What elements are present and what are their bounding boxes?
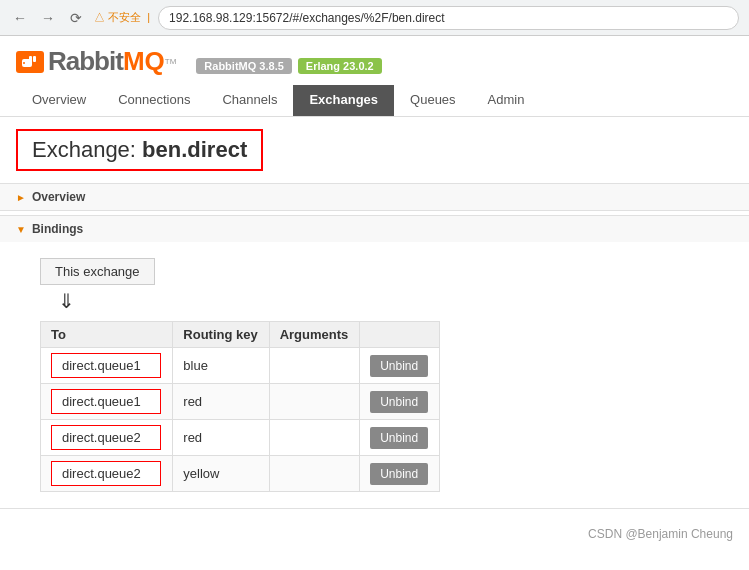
svg-point-3 [23, 62, 25, 64]
version-badges: RabbitMQ 3.8.5 Erlang 23.0.2 [196, 58, 381, 74]
overview-section-label: Overview [32, 190, 85, 204]
footer-text: CSDN @Benjamin Cheung [588, 527, 733, 541]
overview-arrow-icon: ► [16, 192, 26, 203]
routing-key-cell: blue [173, 348, 269, 384]
bindings-content: This exchange ⇓ To Routing key Arguments… [0, 242, 749, 508]
logo-rabbit-text: Rabbit [48, 46, 123, 77]
to-cell: direct.queue2 [41, 456, 173, 492]
logo-mq-text: MQ [123, 46, 165, 77]
bindings-section-label: Bindings [32, 222, 83, 236]
unbind-button[interactable]: Unbind [370, 355, 428, 377]
to-cell: direct.queue1 [41, 348, 173, 384]
overview-section-header[interactable]: ► Overview [0, 184, 749, 210]
logo-tm: TM [165, 57, 177, 66]
unbind-cell: Unbind [360, 348, 440, 384]
page-footer: CSDN @Benjamin Cheung [0, 519, 749, 549]
tab-overview[interactable]: Overview [16, 85, 102, 116]
queue-cell-box: direct.queue1 [51, 389, 161, 414]
unbind-cell: Unbind [360, 420, 440, 456]
queue-cell-box: direct.queue2 [51, 461, 161, 486]
app-header: RabbitMQTM RabbitMQ 3.8.5 Erlang 23.0.2 … [0, 36, 749, 117]
forward-button[interactable]: → [38, 8, 58, 28]
tab-connections[interactable]: Connections [102, 85, 206, 116]
rmq-logo: RabbitMQTM [16, 46, 176, 77]
arguments-cell [269, 384, 360, 420]
table-row: direct.queue2yellowUnbind [41, 456, 440, 492]
tab-channels[interactable]: Channels [206, 85, 293, 116]
col-actions [360, 322, 440, 348]
table-row: direct.queue1redUnbind [41, 384, 440, 420]
routing-key-cell: yellow [173, 456, 269, 492]
queue-cell-box: direct.queue1 [51, 353, 161, 378]
tab-exchanges[interactable]: Exchanges [293, 85, 394, 116]
exchange-title: Exchange: ben.direct [16, 129, 263, 171]
arguments-cell [269, 420, 360, 456]
unbind-cell: Unbind [360, 384, 440, 420]
unbind-button[interactable]: Unbind [370, 391, 428, 413]
to-cell: direct.queue1 [41, 384, 173, 420]
address-bar[interactable] [158, 6, 739, 30]
arguments-cell [269, 348, 360, 384]
bindings-table: To Routing key Arguments direct.queue1bl… [40, 321, 440, 492]
routing-key-cell: red [173, 420, 269, 456]
unbind-cell: Unbind [360, 456, 440, 492]
bindings-table-wrap: To Routing key Arguments direct.queue1bl… [40, 321, 733, 492]
overview-section: ► Overview [0, 183, 749, 211]
col-arguments: Arguments [269, 322, 360, 348]
rmq-version-badge: RabbitMQ 3.8.5 [196, 58, 291, 74]
svg-rect-2 [33, 56, 36, 62]
unbind-button[interactable]: Unbind [370, 463, 428, 485]
table-row: direct.queue2redUnbind [41, 420, 440, 456]
browser-chrome: ← → ⟳ △ 不安全 | [0, 0, 749, 36]
tab-admin[interactable]: Admin [472, 85, 541, 116]
tab-queues[interactable]: Queues [394, 85, 472, 116]
routing-key-cell: red [173, 384, 269, 420]
bindings-section-header[interactable]: ▼ Bindings [0, 216, 749, 242]
page-content: Exchange: ben.direct ► Overview ▼ Bindin… [0, 117, 749, 559]
bindings-arrow-icon: ▼ [16, 224, 26, 235]
exchange-name: ben.direct [142, 137, 247, 162]
svg-rect-1 [29, 56, 32, 62]
logo-area: RabbitMQTM RabbitMQ 3.8.5 Erlang 23.0.2 [16, 46, 733, 85]
reload-button[interactable]: ⟳ [66, 8, 86, 28]
arguments-cell [269, 456, 360, 492]
col-routing-key: Routing key [173, 322, 269, 348]
back-button[interactable]: ← [10, 8, 30, 28]
bindings-section: ▼ Bindings This exchange ⇓ To Routing ke… [0, 215, 749, 509]
erlang-version-badge: Erlang 23.0.2 [298, 58, 382, 74]
this-exchange-button[interactable]: This exchange [40, 258, 155, 285]
exchange-prefix: Exchange: [32, 137, 136, 162]
queue-cell-box: direct.queue2 [51, 425, 161, 450]
table-row: direct.queue1blueUnbind [41, 348, 440, 384]
arrow-down-symbol: ⇓ [58, 289, 733, 313]
rabbit-icon [16, 51, 44, 73]
col-to: To [41, 322, 173, 348]
to-cell: direct.queue2 [41, 420, 173, 456]
nav-tabs: Overview Connections Channels Exchanges … [16, 85, 733, 116]
unbind-button[interactable]: Unbind [370, 427, 428, 449]
lock-icon: △ 不安全 | [94, 10, 150, 25]
